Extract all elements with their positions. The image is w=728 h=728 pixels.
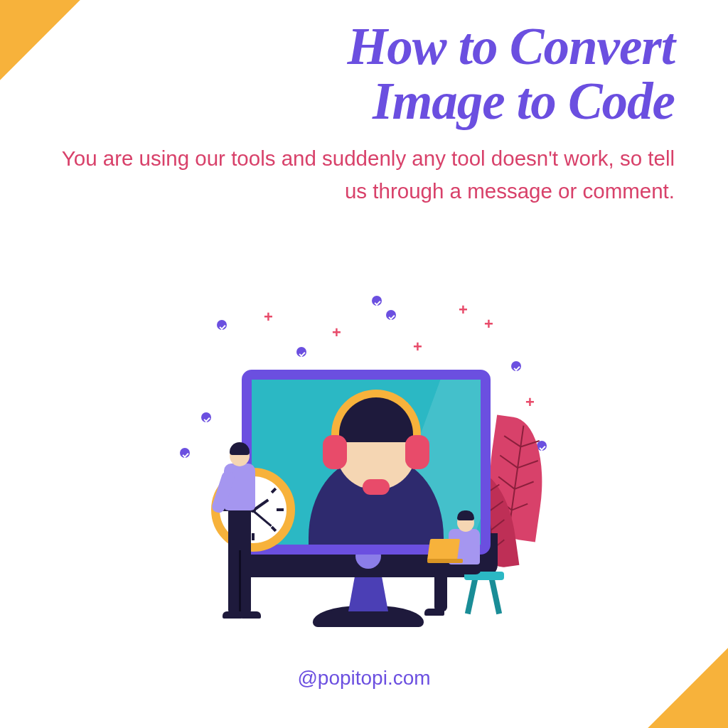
person-sitting-hair xyxy=(457,510,474,520)
title-line-2: Image to Code xyxy=(373,73,675,130)
plus-icon: + xyxy=(459,304,470,316)
check-dot-icon xyxy=(180,448,190,458)
page-title: How to Convert Image to Code xyxy=(57,20,675,129)
plus-icon: + xyxy=(525,397,537,408)
person-standing-foot xyxy=(241,611,261,619)
check-dot-icon xyxy=(372,296,382,306)
headset-earcup-icon xyxy=(323,435,347,469)
check-dot-icon xyxy=(217,320,227,330)
laptop-icon xyxy=(427,539,460,560)
check-dot-icon xyxy=(296,347,306,357)
footer-handle: @popitopi.com xyxy=(0,667,728,690)
chair-leg xyxy=(489,579,502,615)
person-standing-legs xyxy=(239,550,241,614)
subtitle-text: You are using our tools and suddenly any… xyxy=(51,142,675,207)
plus-icon: + xyxy=(484,318,496,330)
plus-icon: + xyxy=(413,341,424,353)
title-line-1: How to Convert xyxy=(347,18,675,75)
monitor-stand-neck xyxy=(348,572,388,611)
headset-earcup-icon xyxy=(405,435,429,469)
person-sitting-leg xyxy=(434,569,447,611)
headset-mic-icon xyxy=(363,479,390,495)
check-dot-icon xyxy=(511,361,521,371)
check-dot-icon xyxy=(386,310,396,320)
hero-illustration: + + + + + + + xyxy=(174,284,551,640)
chair-leg xyxy=(465,579,478,615)
headset-band-icon xyxy=(331,390,421,442)
plus-icon: + xyxy=(332,327,343,338)
laptop-icon xyxy=(427,559,463,563)
check-dot-icon xyxy=(201,412,211,422)
person-sitting-foot xyxy=(424,609,444,616)
person-standing-foot xyxy=(223,611,242,619)
plus-icon: + xyxy=(264,311,275,323)
